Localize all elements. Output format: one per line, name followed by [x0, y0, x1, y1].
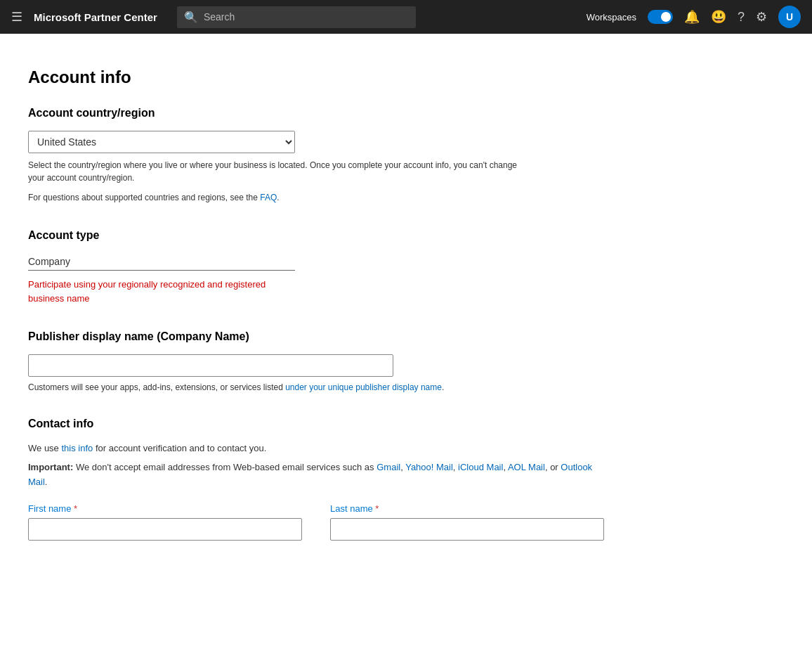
first-name-label: First name *	[28, 503, 302, 514]
page-title: Account info	[28, 67, 604, 87]
contact-note: We use this info for account verificatio…	[28, 441, 604, 456]
last-name-field: Last name *	[330, 503, 604, 541]
publisher-name-input[interactable]	[28, 354, 393, 377]
last-name-required: *	[375, 503, 379, 514]
main-content: Account info Account country/region Unit…	[0, 34, 632, 608]
publisher-link[interactable]: under your unique publisher display name	[285, 382, 442, 392]
search-bar[interactable]: 🔍	[177, 6, 416, 28]
publisher-section-title: Publisher display name (Company Name)	[28, 330, 604, 343]
yahoo-link[interactable]: Yahoo! Mail	[405, 462, 453, 472]
contact-note-link[interactable]: this info	[61, 443, 93, 453]
smiley-icon[interactable]: 😃	[711, 9, 726, 25]
account-type-section: Account type Participate using your regi…	[28, 229, 604, 305]
account-type-title: Account type	[28, 229, 604, 242]
country-select[interactable]: United States United Kingdom Canada Aust…	[28, 131, 295, 153]
first-name-required: *	[74, 503, 77, 514]
workspaces-label: Workspaces	[587, 12, 636, 22]
country-section-title: Account country/region	[28, 107, 604, 119]
first-name-input[interactable]	[28, 518, 302, 541]
hamburger-menu-icon[interactable]: ☰	[11, 9, 22, 25]
notification-icon[interactable]: 🔔	[684, 9, 700, 25]
last-name-label: Last name *	[330, 503, 604, 514]
contact-section: Contact info We use this info for accoun…	[28, 418, 604, 541]
gmail-link[interactable]: Gmail	[376, 462, 400, 472]
important-bold: Important:	[28, 462, 73, 472]
publisher-help-text: Customers will see your apps, add-ins, e…	[28, 382, 450, 392]
topnav: ☰ Microsoft Partner Center 🔍 Workspaces …	[0, 0, 812, 34]
contact-important: Important: We don't accept email address…	[28, 460, 604, 490]
avatar[interactable]: U	[778, 6, 801, 28]
last-name-input[interactable]	[330, 518, 604, 541]
help-icon[interactable]: ?	[738, 10, 745, 25]
search-input[interactable]	[204, 11, 409, 22]
settings-icon[interactable]: ⚙	[756, 9, 767, 25]
faq-link: For questions about supported countries …	[28, 191, 520, 204]
name-row: First name * Last name *	[28, 503, 604, 541]
publisher-section: Publisher display name (Company Name) Cu…	[28, 330, 604, 392]
icloud-link[interactable]: iCloud Mail	[458, 462, 503, 472]
aol-link[interactable]: AOL Mail	[508, 462, 545, 472]
faq-link-text[interactable]: FAQ	[260, 193, 277, 202]
account-type-description: Participate using your regionally recogn…	[28, 278, 295, 305]
account-type-input[interactable]	[28, 253, 295, 271]
search-icon: 🔍	[184, 11, 198, 24]
topnav-right: Workspaces 🔔 😃 ? ⚙ U	[587, 6, 801, 28]
workspaces-toggle[interactable]	[648, 10, 673, 24]
brand-title: Microsoft Partner Center	[34, 11, 157, 23]
country-help-text: Select the country/region where you live…	[28, 159, 520, 184]
contact-section-title: Contact info	[28, 418, 604, 430]
first-name-field: First name *	[28, 503, 302, 541]
country-section: Account country/region United States Uni…	[28, 107, 604, 204]
